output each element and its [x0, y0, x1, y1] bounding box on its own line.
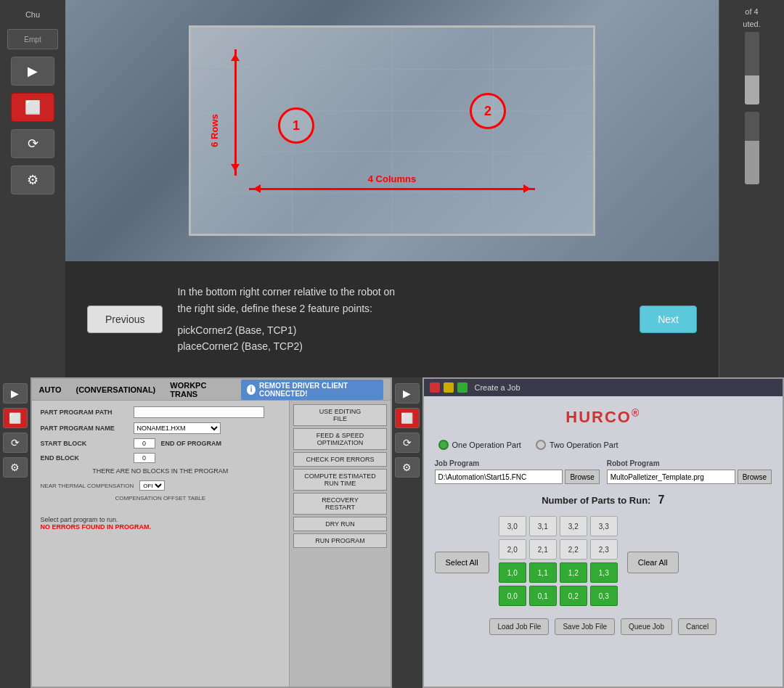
part-cell[interactable]: 1,2 [560, 562, 587, 583]
part-cell[interactable]: 1,0 [499, 562, 526, 583]
job-program-label: Job Program [435, 459, 600, 467]
hurco-title-bar: Create a Job [424, 379, 783, 396]
start-block-input[interactable]: 0 [134, 438, 155, 449]
cancel-button[interactable]: Cancel [678, 618, 716, 635]
win-close-btn[interactable] [430, 382, 440, 393]
cnc-sidebar: ▶ ⬜ ⟳ ⚙ [0, 377, 30, 688]
compute-run-time-btn[interactable]: COMPUTE ESTIMATED RUN TIME [293, 469, 387, 491]
recovery-restart-btn[interactable]: RECOVERY RESTART [293, 493, 387, 515]
previous-button[interactable]: Previous [87, 306, 163, 333]
progress-fill-2 [745, 141, 759, 184]
refresh-button[interactable]: ⟳ [11, 129, 54, 158]
cnc-mode-right: WORKPC TRANS [170, 381, 226, 398]
cnc-row-path: PART PROGRAM PATH [41, 406, 280, 418]
no-errors-msg: NO ERRORS FOUND IN PROGRAM. [41, 523, 280, 531]
part-cell[interactable]: 2,0 [499, 539, 526, 560]
part-cell[interactable]: 2,3 [590, 539, 618, 560]
robot-program-input[interactable] [607, 470, 735, 484]
part-cell[interactable]: 0,0 [499, 586, 526, 606]
sidebar-chu-label: Chu [23, 7, 43, 22]
columns-label: 4 Columns [368, 173, 416, 184]
parts-grid: 3,03,13,23,32,02,12,22,31,01,11,21,30,00… [495, 516, 621, 609]
part-cell[interactable]: 3,3 [590, 516, 618, 536]
job-program-browse-btn[interactable]: Browse [565, 470, 599, 484]
action-buttons-row: Load Job File Save Job File Queue Job Ca… [431, 615, 775, 639]
cnc-right-panel: USE EDITING FILE FEED & SPEED OPTIMIZATI… [289, 401, 391, 687]
instruction-area: Previous In the bottom right corner rela… [65, 261, 719, 377]
save-job-button[interactable]: Save Job File [555, 618, 615, 635]
thermal-select[interactable]: OFF [139, 480, 165, 491]
part-cell[interactable]: 2,2 [560, 539, 587, 560]
feature-point-1: 1 [278, 107, 314, 144]
run-program-btn[interactable]: RUN PROGRAM [293, 533, 387, 548]
part-cell[interactable]: 0,2 [560, 586, 587, 606]
part-program-name-select[interactable]: NONAME1.HXM [134, 422, 221, 434]
cnc-play-btn[interactable]: ▶ [3, 383, 28, 404]
instruction-text: In the bottom right corner relative to t… [177, 284, 625, 355]
cnc-mode: AUTO [39, 385, 62, 394]
win-min-btn[interactable] [444, 382, 454, 393]
right-panel: of 4 uted. [719, 0, 784, 377]
hurco-play-btn[interactable]: ▶ [395, 383, 420, 404]
cnc-messages: Select part program to run. NO ERRORS FO… [41, 516, 280, 531]
hurco-refresh-btn[interactable]: ⟳ [395, 433, 420, 453]
part-program-name-label: PART PROGRAM NAME [41, 425, 128, 432]
settings-button[interactable]: ⚙ [11, 165, 54, 194]
end-of-program-label: END OF PROGRAM [161, 440, 222, 447]
left-sidebar: Chu Empt ▶ ⬜ ⟳ ⚙ [0, 0, 65, 377]
hurco-logo-text: HURCO [565, 408, 632, 426]
job-program-input-row: Browse [435, 470, 600, 484]
robot-program-browse-btn[interactable]: Browse [738, 470, 772, 484]
programs-row: Job Program Browse Robot Program Browse [431, 459, 775, 484]
stop-button[interactable]: ⬜ [11, 93, 54, 122]
job-program-group: Job Program Browse [435, 459, 600, 484]
grid-with-buttons: Select All 3,03,13,23,32,02,12,22,31,01,… [431, 516, 775, 609]
cnc-stop-btn[interactable]: ⬜ [3, 408, 28, 428]
two-op-radio[interactable]: Two Operation Part [536, 440, 618, 450]
end-block-input[interactable]: 0 [134, 453, 155, 463]
part-cell[interactable]: 0,1 [529, 586, 557, 606]
select-all-button[interactable]: Select All [435, 552, 489, 573]
grid-row: 1,01,11,21,3 [499, 562, 618, 583]
load-job-button[interactable]: Load Job File [489, 618, 549, 635]
part-cell[interactable]: 2,1 [529, 539, 557, 560]
progress-fill [745, 75, 759, 105]
win-max-btn[interactable] [457, 382, 467, 393]
thermal-label: NEAR THERMAL COMPENSATION [41, 483, 134, 489]
check-errors-btn[interactable]: CHECK FOR ERRORS [293, 452, 387, 467]
part-cell[interactable]: 1,1 [529, 562, 557, 583]
cnc-row-start: START BLOCK 0 END OF PROGRAM [41, 438, 280, 449]
play-button[interactable]: ▶ [11, 57, 54, 86]
grid-row: 0,00,10,20,3 [499, 586, 618, 606]
hurco-stop-btn[interactable]: ⬜ [395, 408, 420, 428]
compensation-label: COMPENSATION OFFSET TABLE [41, 495, 280, 501]
part-cell[interactable]: 3,0 [499, 516, 526, 536]
machine-photo: 1 2 4 Columns 6 Rows [65, 0, 719, 261]
one-op-radio[interactable]: One Operation Part [438, 440, 521, 450]
hurco-content: HURCO® One Operation Part Two Operation … [424, 396, 783, 646]
feed-speed-btn[interactable]: FEED & SPEED OPTIMIZATION [293, 428, 387, 450]
part-program-path-input[interactable] [134, 406, 264, 418]
instruction-line1: In the bottom right corner relative to t… [177, 284, 625, 300]
cnc-settings-btn[interactable]: ⚙ [3, 457, 28, 478]
part-cell[interactable]: 0,3 [590, 586, 618, 606]
select-msg: Select part program to run. [41, 516, 280, 523]
part-cell[interactable]: 1,3 [590, 562, 618, 583]
part-cell[interactable]: 3,2 [560, 516, 587, 536]
machine-frame: 1 2 4 Columns 6 Rows [189, 25, 595, 236]
empty-button[interactable]: Empt [7, 29, 58, 49]
status-label: uted. [743, 20, 760, 28]
cnc-main: PART PROGRAM PATH PART PROGRAM NAME NONA… [32, 401, 289, 687]
part-cell[interactable]: 3,1 [529, 516, 557, 536]
cnc-refresh-btn[interactable]: ⟳ [3, 433, 28, 453]
hurco-outer: ▶ ⬜ ⟳ ⚙ Create a Job HURCO® [392, 377, 784, 688]
hurco-settings-btn[interactable]: ⚙ [395, 457, 420, 478]
bottom-section: ▶ ⬜ ⟳ ⚙ AUTO (CONVERSATIONAL) WORKPC TRA… [0, 377, 784, 688]
queue-job-button[interactable]: Queue Job [621, 618, 672, 635]
dry-run-btn[interactable]: DRY RUN [293, 517, 387, 531]
cnc-body: PART PROGRAM PATH PART PROGRAM NAME NONA… [32, 401, 391, 687]
use-editing-file-btn[interactable]: USE EDITING FILE [293, 404, 387, 426]
clear-all-button[interactable]: Clear All [627, 552, 679, 573]
job-program-input[interactable] [435, 470, 563, 484]
next-button[interactable]: Next [640, 306, 697, 333]
